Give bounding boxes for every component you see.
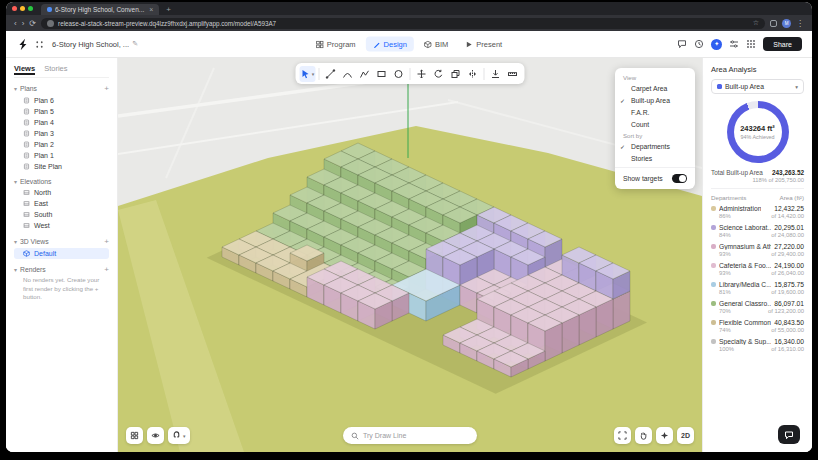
sidebar-item-plan[interactable]: Plan 1 — [14, 150, 109, 161]
department-row[interactable]: General Classro...86,097.01 70%of 123,20… — [711, 300, 804, 314]
tab-label: BIM — [435, 40, 448, 49]
tool-move[interactable] — [414, 66, 430, 82]
menu-item-built-up-area[interactable]: ✓Built-up Area — [615, 94, 695, 106]
department-value: 24,190.00 — [774, 262, 804, 269]
sidebar-tab-stories[interactable]: Stories — [44, 64, 67, 73]
sidebar-item-elevation[interactable]: South — [14, 209, 109, 220]
profile-avatar[interactable]: M — [782, 19, 791, 28]
share-button[interactable]: Share — [763, 37, 802, 51]
show-targets-toggle[interactable] — [672, 174, 687, 183]
elevations-section-header[interactable]: ▾ Elevations — [14, 178, 109, 185]
tab-design[interactable]: Design — [366, 37, 414, 52]
tool-polyline[interactable] — [357, 66, 373, 82]
new-tab-button[interactable]: + — [166, 4, 171, 15]
chevron-down-icon: ▾ — [795, 84, 798, 90]
department-row[interactable]: Gymnasium & Ath...27,220.00 93%of 29,400… — [711, 243, 804, 257]
project-title[interactable]: 6-Story High School, ... — [52, 40, 129, 49]
tool-arc[interactable] — [340, 66, 356, 82]
sidebar-item-elevation[interactable]: East — [14, 198, 109, 209]
site-info-icon[interactable] — [47, 20, 54, 27]
reload-icon[interactable]: ⟳ — [29, 19, 36, 28]
sidebar-item-site-plan[interactable]: Site Plan — [14, 161, 109, 172]
tool-rotate[interactable] — [431, 66, 447, 82]
tab-present[interactable]: Present — [458, 37, 509, 52]
department-row[interactable]: Library/Media C...15,875.75 81%of 19,600… — [711, 281, 804, 295]
back-icon[interactable]: ‹ — [14, 19, 17, 28]
layers-button[interactable] — [126, 427, 143, 444]
department-row[interactable]: Flexible Common...40,843.50 74%of 55,000… — [711, 319, 804, 333]
comments-icon[interactable] — [677, 39, 687, 49]
tool-rectangle[interactable] — [374, 66, 390, 82]
tool-measure[interactable] — [505, 66, 521, 82]
sidebar-item-3d-default[interactable]: Default — [14, 248, 109, 259]
menu-item-departments[interactable]: ✓Departments — [615, 140, 695, 152]
sidebar-item-elevation[interactable]: West — [14, 220, 109, 231]
department-row[interactable]: Cafeteria & Foo...24,190.00 93%of 26,040… — [711, 262, 804, 276]
plans-section-header[interactable]: ▾ Plans + — [14, 84, 109, 93]
add-render-button[interactable]: + — [104, 265, 109, 274]
visibility-button[interactable] — [147, 427, 164, 444]
gizmo-button[interactable] — [656, 427, 673, 444]
pan-button[interactable] — [635, 427, 652, 444]
browser-menu-icon[interactable]: ⋮ — [796, 19, 804, 28]
menu-item-far[interactable]: F.A.R. — [615, 106, 695, 118]
sidebar-tab-views[interactable]: Views — [14, 64, 35, 73]
menu-item-count[interactable]: Count — [615, 118, 695, 130]
forward-icon[interactable]: › — [22, 19, 25, 28]
views3d-section-header[interactable]: ▾ 3D Views + — [14, 237, 109, 246]
tab-bim[interactable]: BIM — [417, 37, 455, 52]
app-logo-icon[interactable] — [16, 38, 29, 51]
close-window-button[interactable] — [12, 6, 17, 11]
add-plan-button[interactable]: + — [104, 84, 109, 93]
department-name: Specialty & Sup... — [719, 338, 771, 345]
history-icon[interactable] — [694, 39, 704, 49]
command-search[interactable]: Try Draw Line — [343, 427, 477, 444]
sidebar-item-plan[interactable]: Plan 5 — [14, 106, 109, 117]
minimize-window-button[interactable] — [20, 6, 25, 11]
department-target: of 14,420.00 — [771, 213, 804, 219]
settings-sliders-icon[interactable] — [729, 39, 739, 49]
window-controls[interactable] — [12, 2, 33, 15]
fit-view-button[interactable] — [614, 427, 631, 444]
department-value: 20,295.01 — [774, 224, 804, 231]
bookmark-star-icon[interactable]: ☆ — [753, 19, 759, 27]
sidebar-item-elevation[interactable]: North — [14, 187, 109, 198]
tab-close-icon[interactable]: × — [149, 6, 153, 13]
sidebar-item-plan[interactable]: Plan 4 — [14, 117, 109, 128]
department-row[interactable]: Administration12,432.25 86%of 14,420.00 — [711, 205, 804, 219]
address-bar[interactable]: release-ai-stack-stream-preview.dq4lzz9f… — [41, 18, 765, 29]
department-pct: 74% — [719, 327, 731, 333]
edit-title-icon[interactable]: ✎ — [132, 40, 138, 48]
tool-mirror[interactable] — [465, 66, 481, 82]
toggle-2d-button[interactable]: 2D — [677, 427, 694, 444]
maximize-window-button[interactable] — [28, 6, 33, 11]
browser-tab[interactable]: 6-Story High School, Conven... × — [41, 4, 159, 15]
department-target: of 55,000.00 — [771, 327, 804, 333]
achievement-donut-chart: 243264 ft² 94% Achieved — [727, 101, 789, 163]
tool-select[interactable]: ▾ — [300, 66, 316, 82]
menu-item-stories[interactable]: Stories — [615, 152, 695, 164]
chat-fab-button[interactable] — [778, 425, 800, 444]
tool-line[interactable] — [323, 66, 339, 82]
total-label: Total Built-up Area — [711, 169, 763, 176]
snap-settings-button[interactable]: ▾ — [168, 427, 190, 444]
department-row[interactable]: Science Laborat...20,295.01 84%of 24,080… — [711, 224, 804, 238]
renders-section-header[interactable]: ▾ Renders + — [14, 265, 109, 274]
sidebar-item-plan[interactable]: Plan 6 — [14, 95, 109, 106]
add-3d-view-button[interactable]: + — [104, 237, 109, 246]
assistant-badge-icon[interactable]: ✦ — [711, 39, 722, 50]
department-pct: 81% — [719, 289, 731, 295]
tool-circle[interactable] — [391, 66, 407, 82]
extensions-icon[interactable] — [770, 20, 777, 27]
workspace-switcher-icon[interactable] — [35, 40, 44, 49]
menu-item-carpet-area[interactable]: Carpet Area — [615, 82, 695, 94]
sidebar-item-plan[interactable]: Plan 2 — [14, 139, 109, 150]
apps-grid-icon[interactable] — [746, 39, 756, 49]
sidebar-item-plan[interactable]: Plan 3 — [14, 128, 109, 139]
app-header: 6-Story High School, ... ✎ Program Desig… — [6, 31, 812, 58]
metric-selector[interactable]: Built-up Area ▾ — [711, 79, 804, 94]
tab-program[interactable]: Program — [309, 37, 363, 52]
tool-copy[interactable] — [448, 66, 464, 82]
tool-import[interactable] — [488, 66, 504, 82]
department-row[interactable]: Specialty & Sup...16,340.00 100%of 16,31… — [711, 338, 804, 352]
